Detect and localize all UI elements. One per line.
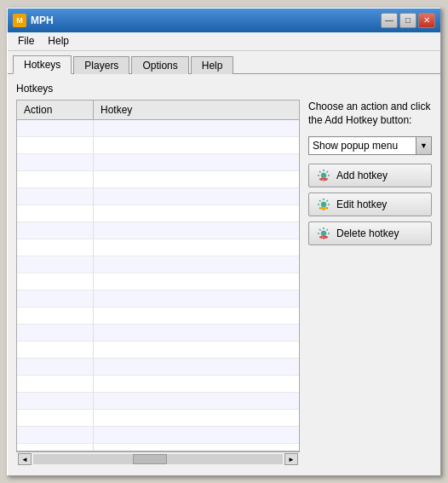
- tab-options[interactable]: Options: [131, 56, 188, 74]
- table-row[interactable]: [17, 188, 299, 205]
- table-row[interactable]: [17, 342, 299, 359]
- title-bar-left: M MPH: [13, 14, 54, 27]
- scroll-track[interactable]: [33, 454, 283, 464]
- table-row[interactable]: [17, 273, 299, 290]
- title-buttons: — □ ✕: [381, 13, 435, 28]
- tab-hotkeys[interactable]: Hotkeys: [13, 55, 72, 74]
- scroll-thumb[interactable]: [133, 454, 167, 464]
- table-row[interactable]: [17, 308, 299, 325]
- edit-hotkey-button[interactable]: Edit hotkey: [308, 193, 432, 216]
- table-row[interactable]: [17, 239, 299, 256]
- table-row[interactable]: [17, 120, 299, 137]
- app-icon: M: [13, 14, 26, 27]
- minimize-button[interactable]: —: [381, 13, 398, 28]
- hotkeys-table: Action Hotkey: [16, 100, 300, 451]
- scroll-right-button[interactable]: ►: [284, 453, 298, 465]
- table-row[interactable]: [17, 427, 299, 444]
- menu-file[interactable]: File: [11, 33, 41, 49]
- col-action: Action: [17, 101, 94, 119]
- add-hotkey-button[interactable]: + Add hotkey: [308, 164, 432, 187]
- content-area: Hotkeys Action Hotkey: [8, 74, 440, 475]
- svg-point-3: [321, 202, 326, 207]
- table-row[interactable]: [17, 410, 299, 427]
- window-title: MPH: [31, 14, 54, 26]
- menu-help[interactable]: Help: [41, 33, 76, 49]
- scroll-left-button[interactable]: ◄: [18, 453, 32, 465]
- tab-players[interactable]: Players: [73, 56, 129, 74]
- instruction-text: Choose an action and click the Add Hotke…: [308, 100, 432, 129]
- action-dropdown[interactable]: Show popup menu: [308, 136, 416, 155]
- tab-bar: Hotkeys Players Options Help: [8, 51, 440, 74]
- menu-bar: File Help: [8, 32, 440, 51]
- table-rows: [17, 120, 299, 451]
- table-row[interactable]: [17, 290, 299, 308]
- right-panel: Choose an action and click the Add Hotke…: [308, 100, 432, 467]
- delete-hotkey-button[interactable]: − Delete hotkey: [308, 221, 432, 245]
- dropdown-value: Show popup menu: [313, 140, 398, 152]
- col-hotkey: Hotkey: [94, 101, 299, 119]
- svg-rect-4: [320, 207, 327, 210]
- dropdown-arrow-button[interactable]: ▼: [416, 136, 432, 155]
- table-row[interactable]: [17, 137, 299, 154]
- add-hotkey-icon: +: [316, 168, 331, 183]
- table-row[interactable]: [17, 359, 299, 376]
- table-row[interactable]: [17, 205, 299, 222]
- svg-text:+: +: [323, 178, 325, 181]
- delete-hotkey-label: Delete hotkey: [336, 227, 399, 239]
- table-row[interactable]: [17, 171, 299, 188]
- main-window: M MPH — □ ✕ File Help Hotkeys Players Op…: [7, 8, 441, 476]
- horizontal-scrollbar[interactable]: ◄ ►: [16, 451, 300, 467]
- add-hotkey-label: Add hotkey: [336, 170, 388, 181]
- table-row[interactable]: [17, 376, 299, 393]
- table-row[interactable]: [17, 393, 299, 410]
- table-row[interactable]: [17, 222, 299, 239]
- hotkeys-area: Action Hotkey: [16, 100, 432, 467]
- maximize-button[interactable]: □: [399, 13, 416, 28]
- table-row[interactable]: [17, 154, 299, 171]
- table-header: Action Hotkey: [17, 101, 299, 120]
- section-label: Hotkeys: [16, 83, 432, 95]
- close-button[interactable]: ✕: [418, 13, 435, 28]
- edit-hotkey-icon: [316, 197, 331, 212]
- delete-hotkey-icon: −: [316, 226, 331, 241]
- table-row[interactable]: [17, 256, 299, 273]
- edit-hotkey-label: Edit hotkey: [336, 198, 387, 210]
- tab-help-tab[interactable]: Help: [191, 56, 234, 74]
- title-bar: M MPH — □ ✕: [8, 9, 440, 32]
- table-row[interactable]: [17, 325, 299, 342]
- action-dropdown-container: Show popup menu ▼: [308, 136, 432, 155]
- table-row[interactable]: [17, 444, 299, 451]
